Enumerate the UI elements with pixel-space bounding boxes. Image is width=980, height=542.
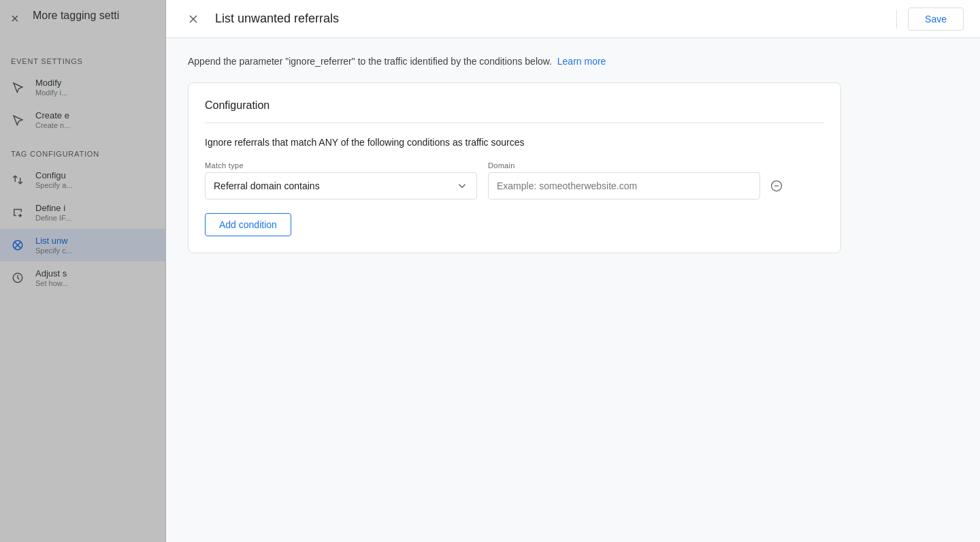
modal-panel: List unwanted referrals Save Append the … [166, 0, 980, 542]
config-title: Configuration [205, 99, 824, 123]
match-type-select[interactable]: Referral domain contains [205, 172, 477, 200]
add-condition-button[interactable]: Add condition [205, 213, 291, 236]
match-type-group: Match type Referral domain contains [205, 161, 477, 200]
save-button[interactable]: Save [908, 7, 964, 31]
modal-close-button[interactable] [182, 8, 204, 30]
match-type-value: Referral domain contains [214, 180, 451, 191]
remove-condition-button[interactable] [766, 175, 787, 197]
description-text: Append the parameter "ignore_referrer" t… [188, 54, 958, 69]
domain-label: Domain [488, 161, 787, 170]
domain-input-group [488, 172, 787, 200]
sidebar-overlay [0, 0, 166, 542]
header-divider [896, 10, 897, 29]
domain-group: Domain [488, 161, 787, 200]
modal-title: List unwanted referrals [215, 12, 885, 26]
learn-more-link[interactable]: Learn more [557, 56, 606, 67]
dropdown-arrow-icon [456, 180, 468, 192]
domain-input[interactable] [488, 172, 760, 200]
condition-row: Match type Referral domain contains Doma… [205, 161, 824, 200]
match-type-label: Match type [205, 161, 477, 170]
config-card: Configuration Ignore referrals that matc… [188, 82, 841, 253]
modal-content: Append the parameter "ignore_referrer" t… [166, 38, 980, 542]
modal-header: List unwanted referrals Save [166, 0, 980, 38]
condition-description: Ignore referrals that match ANY of the f… [205, 137, 824, 148]
